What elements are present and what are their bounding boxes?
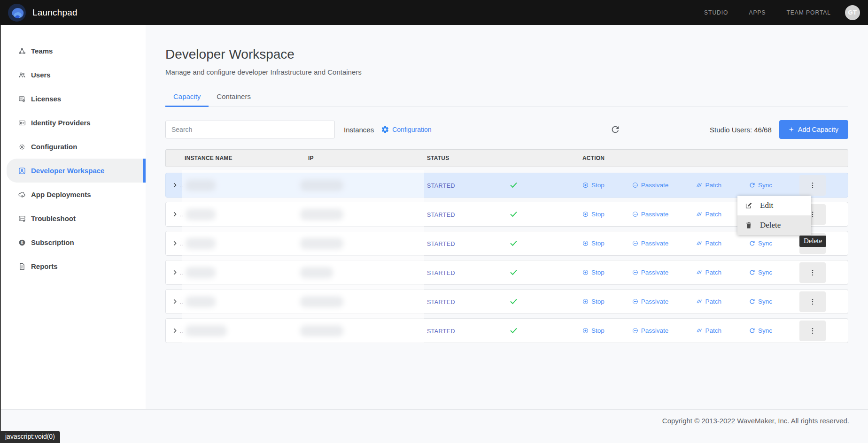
sidebar-item-developer-workspace[interactable]: Developer Workspace [7,159,146,183]
status-check-icon [509,239,518,248]
configuration-link[interactable]: Configuration [381,125,431,134]
sync-action[interactable]: Sync [749,240,772,247]
link-status-bar: javascript:void(0) [0,431,60,443]
kebab-icon [808,181,817,190]
action-label: Stop [591,298,604,305]
tab-capacity[interactable]: Capacity [165,88,209,107]
sync-icon [749,269,756,276]
passivate-action[interactable]: Passivate [632,182,669,189]
stop-icon [582,240,589,247]
row-context-menu: Edit Delete [737,196,811,235]
sidebar-item-label: Teams [31,47,53,55]
redacted-text-fragment: .. [180,270,184,275]
expand-chevron-icon[interactable] [171,269,178,276]
redacted-instance-name [186,180,216,191]
configuration-link-label: Configuration [392,126,431,133]
user-avatar[interactable]: GT [845,5,860,20]
nav-apps[interactable]: APPS [749,9,766,16]
passivate-action[interactable]: Passivate [632,327,669,334]
stop-action[interactable]: Stop [582,298,604,305]
copyright-text: Copyright © 2013-2022 WaveMaker, Inc. Al… [662,417,849,443]
status-check-icon [509,326,518,335]
kebab-icon [808,268,817,277]
add-capacity-button[interactable]: + Add Capacity [779,120,848,139]
sidebar-item-configuration[interactable]: Configuration [0,135,146,159]
action-label: Patch [705,240,721,247]
action-label: Stop [591,240,604,247]
row-menu-button[interactable] [799,291,826,312]
passivate-action[interactable]: Passivate [632,298,669,305]
patch-action[interactable]: Patch [696,298,721,305]
sidebar-item-label: Subscription [31,238,74,246]
passivate-action[interactable]: Passivate [632,211,669,218]
action-label: Patch [705,182,721,189]
sync-action[interactable]: Sync [749,269,772,276]
stop-action[interactable]: Stop [582,269,604,276]
passivate-icon [632,298,639,305]
sidebar-item-licenses[interactable]: Licenses [0,87,146,111]
redacted-ip [300,238,343,249]
gear-icon [381,125,389,134]
action-label: Passivate [641,240,669,247]
menu-item-delete[interactable]: Delete [737,215,811,235]
studio-users-count: Studio Users: 46/68 [710,126,772,134]
svg-text:$: $ [21,240,23,245]
tab-containers[interactable]: Containers [209,88,259,107]
nav-team-portal[interactable]: TEAM PORTAL [786,9,831,16]
action-label: Patch [705,211,721,218]
patch-action[interactable]: Patch [696,327,721,334]
sidebar-item-troubleshoot[interactable]: Troubleshoot [0,206,146,230]
sidebar-item-users[interactable]: Users [0,63,146,87]
passivate-action[interactable]: Passivate [632,240,669,247]
row-menu-button[interactable] [799,321,826,341]
stop-action[interactable]: Stop [582,327,604,334]
table-row: ..STARTEDStopPassivatePatchSync [165,260,848,285]
passivate-action[interactable]: Passivate [632,269,669,276]
page-subtitle: Manage and configure developer Infrastru… [165,68,848,76]
subscription-icon: $ [18,238,26,247]
expand-chevron-icon[interactable] [171,327,178,334]
sidebar-item-teams[interactable]: Teams [0,39,146,63]
menu-item-edit[interactable]: Edit [737,196,811,215]
stop-action[interactable]: Stop [582,240,604,247]
stop-action[interactable]: Stop [582,182,604,189]
patch-action[interactable]: Patch [696,182,721,189]
action-label: Stop [591,182,604,189]
row-menu-button[interactable] [799,175,826,196]
expand-chevron-icon[interactable] [171,240,178,247]
table-header: INSTANCE NAME IP STATUS ACTION [165,149,848,167]
sidebar-item-label: Configuration [31,143,77,151]
sidebar-item-app-deployments[interactable]: App Deployments [0,183,146,206]
redacted-ip [300,180,343,191]
sidebar-item-identity-providers[interactable]: Identity Providers [0,111,146,135]
status-check-icon [509,268,518,277]
patch-action[interactable]: Patch [696,211,721,218]
sidebar-item-label: App Deployments [31,191,91,199]
row-menu-button[interactable] [799,262,826,283]
search-input[interactable] [165,121,335,138]
nav-studio[interactable]: STUDIO [704,9,728,16]
sync-action[interactable]: Sync [749,298,772,305]
expand-chevron-icon[interactable] [171,182,178,189]
expand-chevron-icon[interactable] [171,298,178,305]
kebab-icon [808,298,817,306]
sync-action[interactable]: Sync [749,327,772,334]
stop-action[interactable]: Stop [582,211,604,218]
sidebar-item-subscription[interactable]: $Subscription [0,230,146,254]
patch-icon [696,327,703,334]
refresh-icon[interactable] [610,124,620,135]
footer: Copyright © 2013-2022 WaveMaker, Inc. Al… [0,409,868,443]
passivate-icon [632,327,639,334]
launchpad-logo-icon [8,4,26,22]
sync-icon [749,240,756,247]
patch-action[interactable]: Patch [696,240,721,247]
configuration-icon [18,143,26,151]
patch-action[interactable]: Patch [696,269,721,276]
redacted-instance-name [186,325,227,336]
sidebar-item-reports[interactable]: Reports [0,254,146,278]
app-deployments-icon [18,191,26,199]
sync-action[interactable]: Sync [749,182,772,189]
action-label: Passivate [641,211,669,218]
expand-chevron-icon[interactable] [171,211,178,218]
delete-icon [744,221,753,229]
